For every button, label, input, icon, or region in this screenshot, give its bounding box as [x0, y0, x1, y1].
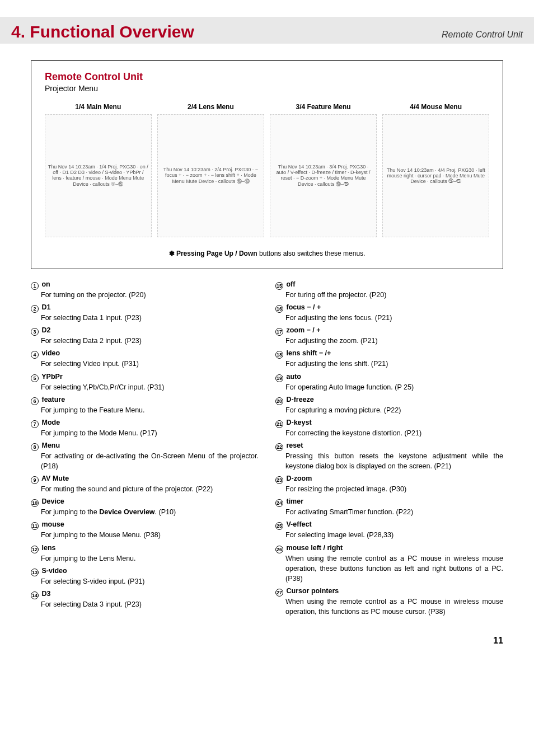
circled-number: 17 — [275, 328, 283, 336]
left-list: 1 onFor turning on the projector. (P20)2… — [31, 279, 259, 619]
item-desc: For resizing the projected image. (P30) — [275, 484, 503, 494]
circled-number: 10 — [31, 499, 39, 507]
circled-number: 2 — [31, 305, 39, 313]
item-desc: For adjusting the zoom. (P21) — [275, 336, 503, 346]
note-prefix: ✽ Pressing — [169, 250, 207, 257]
menu-note: ✽ Pressing Page Up / Down buttons also s… — [45, 250, 489, 257]
item-head: 4 video — [31, 349, 60, 357]
circled-number: 15 — [275, 282, 283, 290]
list-item: 14 D3For selecting Data 3 input. (P23) — [31, 589, 259, 609]
circled-number: 14 — [31, 591, 39, 599]
list-item: 1 onFor turning on the projector. (P20) — [31, 279, 259, 300]
list-item: 22 resetPressing this button resets the … — [275, 440, 503, 471]
menu-col-1: 1/4 Main Menu Thu Nov 14 10:23am · 1/4 P… — [45, 103, 152, 237]
item-desc: For selecting Data 3 input. (P23) — [31, 599, 259, 609]
circled-number: 6 — [31, 397, 39, 405]
main-menu-diagram: Thu Nov 14 10:23am · 1/4 Proj. PXG30 · o… — [45, 114, 152, 237]
list-item: 26 mouse left / rightWhen using the remo… — [275, 543, 503, 584]
item-head: 21 D-keyst — [275, 419, 312, 426]
item-desc: For selecting Y,Pb/Cb,Pr/Cr input. (P31) — [31, 382, 259, 392]
circled-number: 8 — [31, 443, 39, 451]
list-item: 4 videoFor selecting Video input. (P31) — [31, 348, 259, 369]
item-desc: For activating or de-activating the On-S… — [31, 451, 259, 471]
list-item: 3 D2For selecting Data 2 input. (P23) — [31, 325, 259, 346]
item-head: 24 timer — [275, 497, 303, 505]
item-head: 1 on — [31, 280, 50, 288]
circled-number: 22 — [275, 443, 283, 451]
circled-number: 24 — [275, 499, 283, 507]
list-item: 11 mouseFor jumping to the Mouse Menu. (… — [31, 519, 259, 540]
item-head: 22 reset — [275, 442, 303, 449]
item-head: 3 D2 — [31, 326, 50, 334]
menus-row: 1/4 Main Menu Thu Nov 14 10:23am · 1/4 P… — [45, 103, 489, 237]
item-head: 27 Cursor pointers — [275, 587, 339, 595]
list-item: 7 ModeFor jumping to the Mode Menu. (P17… — [31, 417, 259, 438]
circled-number: 23 — [275, 476, 283, 484]
lists-row: 1 onFor turning on the projector. (P20)2… — [31, 279, 503, 619]
item-desc: For correcting the keystone distortion. … — [275, 428, 503, 438]
list-item: 23 D-zoomFor resizing the projected imag… — [275, 473, 503, 494]
right-list: 15 offFor turing off the projector. (P20… — [275, 279, 503, 619]
item-head: 20 D-freeze — [275, 396, 314, 403]
list-item: 2 D1For selecting Data 1 input. (P23) — [31, 302, 259, 323]
section-subtitle: Remote Control Unit — [442, 30, 523, 40]
circled-number: 20 — [275, 397, 283, 405]
item-desc: For capturing a moving picture. (P22) — [275, 405, 503, 415]
circled-number: 7 — [31, 420, 39, 428]
item-desc: For jumping to the Feature Menu. — [31, 405, 259, 415]
item-head: 11 mouse — [31, 520, 64, 528]
item-head: 26 mouse left / right — [275, 544, 343, 552]
circled-number: 1 — [31, 282, 39, 290]
item-desc: For turning on the projector. (P20) — [31, 290, 259, 300]
circled-number: 13 — [31, 569, 39, 576]
menu-heading: 1/4 Main Menu — [45, 103, 152, 111]
circled-number: 9 — [31, 476, 39, 484]
circled-number: 12 — [31, 546, 39, 553]
item-desc: When using the remote control as a PC mo… — [275, 553, 503, 584]
item-head: 9 AV Mute — [31, 475, 69, 482]
list-item: 25 V-effectFor selecting image level. (P… — [275, 519, 503, 540]
list-item: 19 autoFor operating Auto Image function… — [275, 372, 503, 392]
item-desc: For adjusting the lens shift. (P21) — [275, 359, 503, 369]
item-head: 16 focus − / + — [275, 303, 321, 311]
item-desc: For operating Auto Image function. (P 25… — [275, 382, 503, 392]
circled-number: 3 — [31, 328, 39, 336]
item-desc: For selecting S-video input. (P31) — [31, 576, 259, 586]
box-subtitle: Projector Menu — [45, 84, 489, 93]
remote-control-box: Remote Control Unit Projector Menu 1/4 M… — [31, 60, 503, 269]
list-item: 8 MenuFor activating or de-activating th… — [31, 440, 259, 471]
item-head: 13 S-video — [31, 567, 67, 575]
menu-col-4: 4/4 Mouse Menu Thu Nov 14 10:23am · 4/4 … — [382, 103, 489, 237]
item-desc: For selecting Data 2 input. (P23) — [31, 336, 259, 346]
list-item: 16 focus − / +For adjusting the lens foc… — [275, 302, 503, 323]
list-item: 27 Cursor pointersWhen using the remote … — [275, 586, 503, 617]
header-band: 4. Functional Overview Remote Control Un… — [0, 17, 534, 44]
item-head: 2 D1 — [31, 303, 50, 311]
section-title: 4. Functional Overview — [11, 22, 194, 41]
circled-number: 18 — [275, 351, 283, 359]
item-desc: For jumping to the Mouse Menu. (P38) — [31, 530, 259, 540]
circled-number: 27 — [275, 589, 283, 597]
item-desc: For selecting Video input. (P31) — [31, 359, 259, 369]
page-number: 11 — [0, 619, 534, 663]
item-head: 17 zoom − / + — [275, 326, 321, 334]
item-head: 15 off — [275, 280, 295, 288]
item-head: 10 Device — [31, 497, 64, 505]
circled-number: 25 — [275, 522, 283, 530]
list-item: 17 zoom − / +For adjusting the zoom. (P2… — [275, 325, 503, 346]
menu-col-2: 2/4 Lens Menu Thu Nov 14 10:23am · 2/4 P… — [157, 103, 264, 237]
list-item: 18 lens shift − /+For adjusting the lens… — [275, 348, 503, 369]
list-item: 5 YPbPrFor selecting Y,Pb/Cb,Pr/Cr input… — [31, 372, 259, 392]
item-desc: For selecting image level. (P28,33) — [275, 530, 503, 540]
item-head: 14 D3 — [31, 590, 50, 598]
circled-number: 11 — [31, 522, 39, 530]
list-item: 9 AV MuteFor muting the sound and pictur… — [31, 473, 259, 494]
list-item: 13 S-videoFor selecting S-video input. (… — [31, 566, 259, 586]
note-bold: Page Up / Down — [207, 250, 257, 257]
item-head: 12 lens — [31, 544, 56, 552]
menu-heading: 3/4 Feature Menu — [270, 103, 377, 111]
content: Remote Control Unit Projector Menu 1/4 M… — [0, 44, 534, 619]
list-item: 24 timerFor activating SmartTimer functi… — [275, 496, 503, 517]
circled-number: 26 — [275, 546, 283, 553]
circled-number: 16 — [275, 305, 283, 313]
